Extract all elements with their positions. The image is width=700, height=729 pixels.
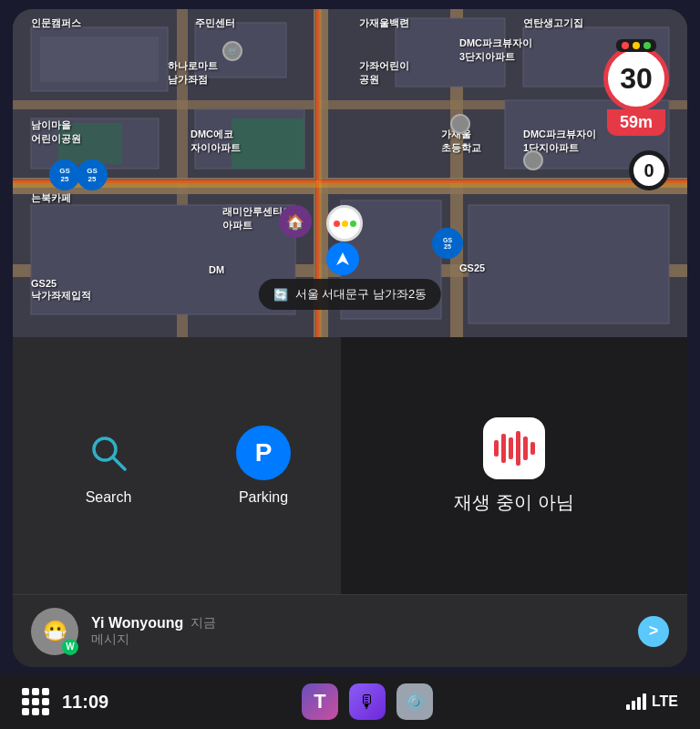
map-label-restaurant: 연탄생고기집 xyxy=(523,16,583,30)
svg-line-26 xyxy=(113,457,125,469)
notification-arrow-button[interactable]: > xyxy=(638,616,669,647)
map-label-baengnyeon: 가재울백련 xyxy=(359,16,409,30)
t-app-icon[interactable]: T xyxy=(302,683,338,720)
search-label: Search xyxy=(86,489,132,506)
status-center-apps: T 🎙 ⚙️ xyxy=(302,683,433,720)
status-bar: 11:09 T 🎙 ⚙️ LTE xyxy=(0,674,700,729)
signal-bars xyxy=(626,693,646,710)
gs25-badge-3: GS 25 xyxy=(432,228,463,259)
map-label-mart: 하나로마트남가좌점 xyxy=(168,59,218,87)
avatar-container: 😷 W xyxy=(31,608,78,655)
map-label-maul: 남이마을어린이공원 xyxy=(31,118,81,146)
music-widget[interactable]: 재생 중이 아님 xyxy=(341,337,687,594)
map-label-campus: 인문캠퍼스 xyxy=(31,16,81,30)
notification-app: 메시지 xyxy=(91,631,625,648)
map-poi-3 xyxy=(523,150,543,170)
address-text: 서울 서대문구 남가좌2동 xyxy=(295,286,427,303)
bottom-panel: Search P Parking xyxy=(13,337,687,667)
svg-rect-19 xyxy=(468,205,669,323)
map-label-dmc-eco: DMC에코자이아파트 xyxy=(190,128,241,155)
map-label-park1: 가좌어린이공원 xyxy=(359,59,409,87)
notification-header: Yi Wonyoung 지금 xyxy=(91,615,625,631)
speed-distance-label: 59m xyxy=(607,109,665,136)
status-time: 11:09 xyxy=(62,692,108,713)
map-label-gs25: GS25 xyxy=(459,262,485,273)
notification-time: 지금 xyxy=(190,615,216,631)
wechat-icon: W xyxy=(62,639,78,655)
zero-badge: 0 xyxy=(629,150,669,190)
home-marker: 🏠 xyxy=(279,205,312,238)
settings-app-icon[interactable]: ⚙️ xyxy=(396,683,433,720)
parking-label: Parking xyxy=(239,489,288,506)
map-label-dm: DM xyxy=(209,264,224,275)
main-container: 인문캠퍼스 주민센터 가재울백련 연탄생고기집 하나로마트남가좌점 가좌어린이공… xyxy=(13,9,687,667)
speed-limit-number: 30 xyxy=(620,64,653,93)
map-poi-4 xyxy=(450,114,470,134)
parking-shortcut[interactable]: P Parking xyxy=(236,426,291,506)
app-grid-icon[interactable] xyxy=(22,688,49,715)
status-left: 11:09 xyxy=(22,688,108,715)
search-icon xyxy=(85,429,132,477)
svg-marker-24 xyxy=(336,252,349,265)
address-tooltip: 🔄 서울 서대문구 남가좌2동 xyxy=(259,279,441,310)
svg-rect-20 xyxy=(232,118,304,169)
status-right: LTE xyxy=(626,693,678,710)
gs25-badge-1: GS 25 xyxy=(77,159,108,190)
map-label-dmc3: DMC파크뷰자이3단지아파트 xyxy=(459,36,532,64)
traffic-light-marker xyxy=(326,205,363,241)
map-label-cafe: 는북카페 xyxy=(31,191,71,205)
speed-camera-badge: 30 59m xyxy=(603,46,669,136)
map-label-community: 주민센터 xyxy=(195,16,235,30)
parking-icon-p: P xyxy=(255,438,273,467)
lte-label: LTE xyxy=(652,693,678,710)
map-poi-1: 🛒 xyxy=(222,41,242,61)
svg-rect-10 xyxy=(40,36,159,82)
navigation-arrow xyxy=(326,242,359,275)
notification-content: Yi Wonyoung 지금 메시지 xyxy=(91,615,625,648)
map-area[interactable]: 인문캠퍼스 주민센터 가재울백련 연탄생고기집 하나로마트남가좌점 가좌어린이공… xyxy=(13,9,687,337)
svg-rect-22 xyxy=(13,180,687,188)
music-app-icon xyxy=(483,417,545,479)
gs25-badge-2: GS 25 xyxy=(49,159,80,190)
notification-bar[interactable]: 😷 W Yi Wonyoung 지금 메시지 > xyxy=(13,594,687,667)
shortcuts-row: Search P Parking xyxy=(13,337,359,594)
search-shortcut[interactable]: Search xyxy=(81,426,136,506)
search-icon-circle xyxy=(81,426,136,480)
podcasts-app-icon[interactable]: 🎙 xyxy=(349,683,386,720)
waveform-icon xyxy=(494,431,535,466)
parking-icon-circle: P xyxy=(236,426,291,480)
music-not-playing-text: 재생 중이 아님 xyxy=(454,490,573,515)
notification-sender: Yi Wonyoung xyxy=(91,615,183,631)
map-label-gs25-2: GS25낙가좌제입적 xyxy=(31,278,91,303)
